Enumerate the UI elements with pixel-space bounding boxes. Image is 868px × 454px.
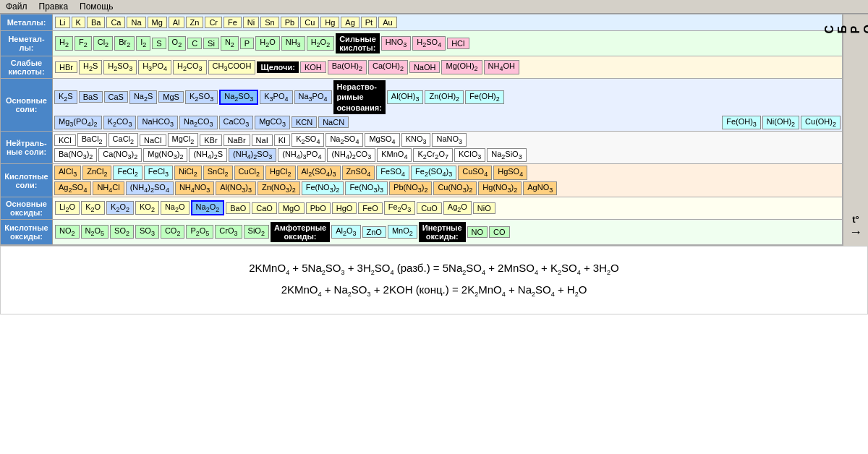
menu-edit[interactable]: Правка [39, 1, 69, 12]
cell-nioh2[interactable]: Ni(OH)2 [762, 116, 799, 129]
cell-cr[interactable]: Cr [205, 17, 222, 28]
cell-si[interactable]: Si [203, 38, 219, 49]
cell-ag[interactable]: Ag [341, 17, 359, 28]
cell-mgo[interactable]: MgO [278, 202, 305, 214]
cell-alno33[interactable]: Al(NO3)3 [216, 181, 256, 195]
cell-p[interactable]: P [240, 38, 254, 49]
cell-mgoh2[interactable]: Mg(OH)2 [441, 60, 482, 74]
cell-fe[interactable]: Fe [224, 17, 242, 28]
cell-feno33[interactable]: Fe(NO3)3 [345, 181, 388, 195]
cell-cl2[interactable]: Cl2 [93, 36, 113, 50]
cell-ko2[interactable]: KO2 [135, 201, 159, 215]
cell-znso4[interactable]: ZnSO4 [342, 166, 375, 179]
cell-nacn[interactable]: NaCN [318, 116, 349, 128]
cell-li[interactable]: Li [55, 17, 70, 28]
cell-feno32[interactable]: Fe(NO3)2 [302, 181, 344, 195]
cell-h2s[interactable]: H2S [79, 60, 102, 74]
cell-hgso4[interactable]: HgSO4 [493, 166, 527, 179]
cell-na2o[interactable]: Na2O [161, 201, 190, 215]
cell-co[interactable]: CO [489, 226, 510, 238]
cell-bas[interactable]: BaS [79, 91, 103, 103]
cell-naoh[interactable]: NaOH [409, 61, 441, 73]
cell-nh3[interactable]: NH3 [281, 36, 305, 50]
cell-mg3po42[interactable]: Mg3(PO4)2 [54, 116, 102, 129]
cell-sn[interactable]: Sn [260, 17, 278, 28]
cell-pbo[interactable]: PbO [306, 202, 331, 214]
menu-file[interactable]: Файл [6, 1, 27, 12]
cell-sncl2[interactable]: SnCl2 [203, 166, 233, 179]
cell-mno2[interactable]: MnO2 [388, 225, 417, 239]
cell-na2co3[interactable]: Na2CO3 [179, 116, 218, 129]
cell-s[interactable]: S [152, 38, 166, 49]
cell-kmno4[interactable]: KMnO4 [377, 148, 412, 162]
reset-button[interactable]: СБРОС [823, 20, 868, 33]
cell-cuno32[interactable]: Cu(NO3)2 [433, 181, 477, 195]
cell-zno[interactable]: ZnO [362, 226, 386, 238]
cell-nh42co3[interactable]: (NH4)2CO3 [327, 148, 375, 162]
cell-nh42s[interactable]: (NH4)2S [189, 148, 227, 162]
cell-aloh3[interactable]: Al(OH)3 [387, 90, 424, 104]
cell-cano32[interactable]: Ca(NO3)2 [98, 148, 142, 162]
cell-p2o5[interactable]: P2O5 [186, 225, 213, 239]
cell-ch3cooh[interactable]: CH3COOH [208, 60, 256, 74]
cell-kcl[interactable]: KCl [54, 134, 76, 146]
cell-ni[interactable]: Ni [243, 17, 259, 28]
cell-au[interactable]: Au [378, 17, 396, 28]
cell-baoh2[interactable]: Ba(OH)2 [328, 60, 367, 74]
cell-n2o5[interactable]: N2O5 [81, 225, 109, 239]
cell-na2s[interactable]: Na2S [129, 90, 157, 104]
cell-i2[interactable]: I2 [136, 36, 150, 50]
cell-so2[interactable]: SO2 [110, 225, 134, 239]
cell-br2[interactable]: Br2 [114, 36, 135, 50]
cell-nahco3[interactable]: NaHCO3 [137, 116, 178, 129]
cell-k2so3[interactable]: K2SO3 [185, 90, 218, 104]
cell-nio[interactable]: NiO [473, 202, 495, 214]
cell-so3[interactable]: SO3 [135, 225, 159, 239]
cell-cu[interactable]: Cu [300, 17, 319, 28]
cell-pb[interactable]: Pb [281, 17, 299, 28]
cell-mgs[interactable]: MgS [158, 91, 184, 103]
cell-k[interactable]: K [72, 17, 85, 28]
cell-h3po4[interactable]: H3PO4 [138, 60, 171, 74]
cell-feso4[interactable]: FeSO4 [376, 166, 409, 179]
cell-hgo[interactable]: HgO [332, 202, 357, 214]
cell-koh[interactable]: KOH [300, 61, 326, 73]
cell-mgcl2[interactable]: MgCl2 [168, 133, 199, 147]
cell-na3po4[interactable]: Na3PO4 [294, 90, 332, 104]
cell-hcl[interactable]: HCl [447, 38, 469, 49]
cell-nai[interactable]: NaI [252, 134, 273, 146]
cell-znoh2[interactable]: Zn(OH)2 [425, 90, 464, 104]
cell-ag2so4[interactable]: Ag2SO4 [54, 181, 91, 195]
cell-h2o[interactable]: H2O [255, 36, 280, 50]
cell-sio2[interactable]: SiO2 [244, 225, 269, 239]
cell-kno3[interactable]: KNO3 [401, 133, 431, 147]
cell-agno3[interactable]: AgNO3 [523, 181, 557, 195]
cell-al2o3[interactable]: Al2O3 [331, 225, 360, 239]
cell-c[interactable]: C [187, 38, 202, 49]
cell-k2o2[interactable]: K2O2 [106, 201, 134, 215]
cell-kbr[interactable]: KBr [200, 134, 221, 146]
cell-k2cr2o7[interactable]: K2Cr2O7 [413, 148, 453, 162]
cell-cacl2[interactable]: CaCl2 [109, 133, 138, 147]
cell-no[interactable]: NO [467, 226, 488, 238]
cell-caoh2[interactable]: Ca(OH)2 [368, 60, 408, 74]
cell-bao[interactable]: BaO [226, 202, 250, 214]
cell-nh4cl[interactable]: NH4Cl [93, 181, 124, 195]
cell-ki[interactable]: KI [274, 134, 290, 146]
cell-cas[interactable]: CaS [104, 91, 128, 103]
cell-feoh3[interactable]: Fe(OH)3 [722, 116, 761, 129]
cell-pbno32[interactable]: Pb(NO3)2 [389, 181, 432, 195]
cell-znno32[interactable]: Zn(NO3)2 [258, 181, 300, 195]
cell-na2sio3[interactable]: Na2SiO3 [487, 148, 526, 162]
cell-na2so4[interactable]: Na2SO4 [326, 133, 363, 147]
cell-k2o[interactable]: K2O [81, 201, 105, 215]
cell-caco3[interactable]: CaCO3 [219, 116, 254, 129]
cell-hgno32[interactable]: Hg(NO3)2 [478, 181, 522, 195]
cell-nh43po4[interactable]: (NH4)3PO4 [278, 148, 326, 162]
cell-f2[interactable]: F2 [75, 36, 92, 50]
cell-hgcl2[interactable]: HgCl2 [265, 166, 295, 179]
cell-k2so4[interactable]: K2SO4 [292, 133, 324, 147]
cell-ca[interactable]: Ca [106, 17, 125, 28]
cell-nh4no3[interactable]: NH4NO3 [175, 181, 214, 195]
cell-al2so43[interactable]: Al2(SO4)3 [297, 166, 341, 179]
